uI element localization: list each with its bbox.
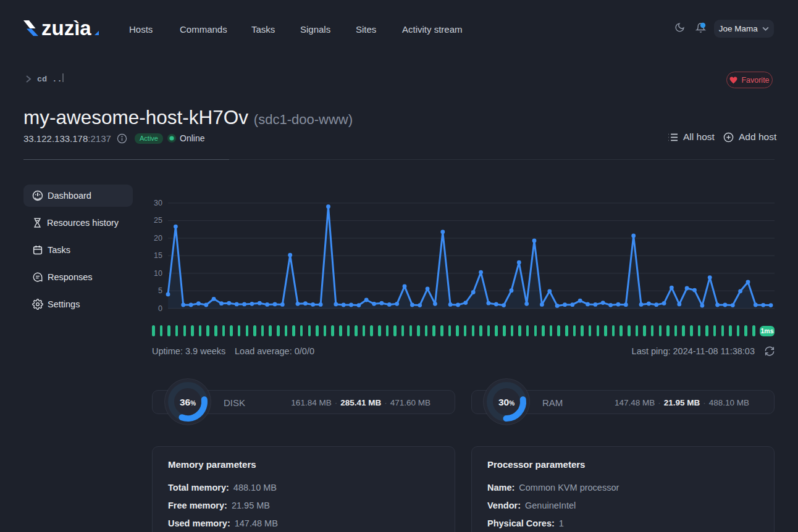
svg-text:0: 0 xyxy=(158,304,162,313)
svg-text:5: 5 xyxy=(158,286,162,295)
svg-text:10: 10 xyxy=(154,269,162,278)
svg-text:15: 15 xyxy=(154,251,162,260)
svg-text:25: 25 xyxy=(154,216,162,225)
svg-text:zuzìa: zuzìa xyxy=(41,17,91,39)
svg-text:30: 30 xyxy=(154,199,162,207)
svg-text:20: 20 xyxy=(154,234,162,243)
